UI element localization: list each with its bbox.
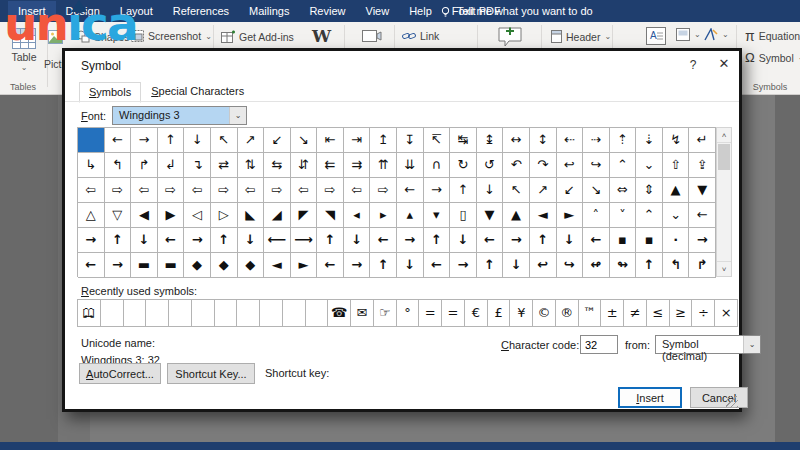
symbol-cell[interactable]: ↰ bbox=[663, 253, 690, 278]
symbol-cell[interactable]: ↻ bbox=[450, 153, 477, 178]
recent-symbol-cell[interactable]: ± bbox=[601, 300, 624, 327]
symbol-cell[interactable]: ↑ bbox=[370, 253, 397, 278]
symbol-cell[interactable]: ↙ bbox=[264, 128, 291, 153]
recent-symbol-cell[interactable]: ≤ bbox=[647, 300, 670, 327]
symbol-cell[interactable]: ◣ bbox=[238, 203, 265, 228]
symbol-cell[interactable]: ⇨ bbox=[211, 178, 238, 203]
symbol-cell[interactable]: ↓ bbox=[557, 228, 584, 253]
symbol-cell[interactable]: ↓ bbox=[131, 228, 158, 253]
textbox-button[interactable]: A bbox=[646, 27, 666, 45]
symbol-cell[interactable]: ↑ bbox=[211, 228, 238, 253]
symbol-cell[interactable]: ⇦ bbox=[184, 178, 211, 203]
symbol-cell[interactable]: ▪ bbox=[636, 228, 663, 253]
dialog-close-button[interactable]: ✕ bbox=[715, 56, 733, 71]
symbol-cell[interactable]: ← bbox=[370, 228, 397, 253]
symbol-cell[interactable]: ⌄ bbox=[663, 203, 690, 228]
symbol-cell[interactable]: ↘ bbox=[291, 128, 318, 153]
symbol-cell[interactable]: ↓ bbox=[477, 178, 504, 203]
recent-symbol-cell[interactable] bbox=[146, 300, 169, 327]
symbol-cell[interactable]: ↑ bbox=[158, 128, 185, 153]
character-code-input[interactable] bbox=[580, 335, 618, 354]
symbol-cell[interactable]: ← bbox=[78, 253, 105, 278]
recent-symbol-cell[interactable] bbox=[101, 300, 124, 327]
recent-symbol-cell[interactable]: ☞ bbox=[374, 300, 397, 327]
get-addins-button[interactable]: Get Add-ins bbox=[221, 30, 294, 43]
recent-symbol-cell[interactable] bbox=[192, 300, 215, 327]
symbol-cell[interactable]: ˅ bbox=[610, 203, 637, 228]
symbol-cell[interactable]: ◁ bbox=[184, 203, 211, 228]
symbol-cell[interactable]: ↓ bbox=[184, 128, 211, 153]
ribbon-tab-view[interactable]: View bbox=[356, 1, 400, 21]
recent-symbol-cell[interactable] bbox=[306, 300, 329, 327]
resize-grip[interactable] bbox=[726, 396, 738, 408]
scrollbar-thumb[interactable] bbox=[718, 144, 730, 170]
recent-symbol-cell[interactable]: £ bbox=[488, 300, 511, 327]
symbol-cell[interactable]: ↨ bbox=[477, 128, 504, 153]
recent-symbol-cell[interactable]: ™ bbox=[579, 300, 602, 327]
symbol-cell[interactable]: → bbox=[503, 228, 530, 253]
recent-symbol-cell[interactable]: ÷ bbox=[692, 300, 715, 327]
symbol-cell[interactable]: ↯ bbox=[663, 128, 690, 153]
symbol-cell[interactable]: ▯ bbox=[450, 203, 477, 228]
symbol-cell[interactable]: ⇦ bbox=[131, 178, 158, 203]
from-combobox-arrow-icon[interactable]: ⌄ bbox=[743, 336, 760, 353]
symbol-cell[interactable]: ► bbox=[291, 253, 318, 278]
dialog-tab-symbols[interactable]: Symbols bbox=[79, 82, 141, 103]
symbol-cell[interactable]: ⇥ bbox=[344, 128, 371, 153]
symbol-cell[interactable]: ← bbox=[583, 228, 610, 253]
symbol-cell[interactable]: ⇪ bbox=[689, 153, 716, 178]
symbol-cell[interactable]: ↔ bbox=[503, 128, 530, 153]
ribbon-tab-help[interactable]: Help bbox=[399, 1, 442, 21]
symbol-cell[interactable]: ▶ bbox=[158, 203, 185, 228]
symbol-cell[interactable]: ↧ bbox=[397, 128, 424, 153]
symbol-cell[interactable]: ◆ bbox=[238, 253, 265, 278]
symbol-cell[interactable]: ⇦ bbox=[78, 178, 105, 203]
symbol-cell[interactable]: ↲ bbox=[158, 153, 185, 178]
symbol-cell[interactable]: ⇈ bbox=[370, 153, 397, 178]
symbol-cell[interactable]: ↑ bbox=[530, 228, 557, 253]
insert-button[interactable]: Insert bbox=[618, 387, 682, 408]
symbol-cell[interactable]: ⇦ bbox=[344, 178, 371, 203]
dialog-help-button[interactable]: ? bbox=[685, 58, 701, 72]
symbol-cell[interactable]: ⇨ bbox=[264, 178, 291, 203]
recent-symbol-cell[interactable] bbox=[124, 300, 147, 327]
symbol-cell[interactable]: ⇣ bbox=[636, 128, 663, 153]
symbol-cell[interactable]: ▼ bbox=[689, 178, 716, 203]
recent-symbol-cell[interactable]: = bbox=[442, 300, 465, 327]
symbol-cell[interactable]: ⇆ bbox=[264, 153, 291, 178]
recent-symbol-cell[interactable]: ® bbox=[556, 300, 579, 327]
symbol-cell[interactable]: ↹ bbox=[450, 128, 477, 153]
recent-symbol-cell[interactable]: = bbox=[419, 300, 442, 327]
symbol-cell[interactable]: ⇄ bbox=[211, 153, 238, 178]
dialog-tab-special-characters[interactable]: Special Characters bbox=[141, 81, 254, 102]
symbol-cell[interactable]: ▼ bbox=[477, 203, 504, 228]
symbol-cell[interactable]: ↑ bbox=[450, 178, 477, 203]
symbol-cell[interactable]: ► bbox=[557, 203, 584, 228]
symbol-cell[interactable]: ◆ bbox=[184, 253, 211, 278]
autocorrect-button[interactable]: AutoCorrect... bbox=[79, 363, 161, 384]
recent-symbol-cell[interactable]: ≥ bbox=[670, 300, 693, 327]
shortcut-key-button[interactable]: Shortcut Key... bbox=[167, 363, 255, 384]
symbol-cell[interactable]: ↳ bbox=[78, 153, 105, 178]
symbol-cell[interactable]: ↪ bbox=[557, 253, 584, 278]
screenshot-button[interactable]: Screenshot ⌄ bbox=[131, 30, 212, 42]
symbol-cell[interactable]: → bbox=[450, 253, 477, 278]
symbol-cell[interactable]: ⌄ bbox=[636, 153, 663, 178]
header-button[interactable]: Header ⌄ bbox=[551, 30, 611, 43]
symbol-cell[interactable]: ⇨ bbox=[158, 178, 185, 203]
symbol-cell[interactable]: ↕ bbox=[530, 128, 557, 153]
wordart-button[interactable]: ⌄ bbox=[704, 28, 729, 41]
symbol-cell[interactable] bbox=[78, 128, 105, 153]
symbol-cell[interactable]: ▬ bbox=[131, 253, 158, 278]
recent-symbol-cell[interactable] bbox=[260, 300, 283, 327]
symbol-cell[interactable]: ⇨ bbox=[105, 178, 132, 203]
symbol-cell[interactable]: ▬ bbox=[158, 253, 185, 278]
symbol-cell[interactable]: △ bbox=[78, 203, 105, 228]
symbol-cell[interactable]: ↫ bbox=[583, 253, 610, 278]
font-combobox-arrow-icon[interactable]: ⌄ bbox=[229, 107, 246, 124]
equation-button[interactable]: π Equation bbox=[745, 28, 800, 44]
cancel-button[interactable]: Cancel bbox=[690, 387, 748, 408]
symbol-cell[interactable]: ← bbox=[477, 228, 504, 253]
symbol-cell[interactable]: → bbox=[689, 228, 716, 253]
symbol-cell[interactable]: ˄ bbox=[583, 203, 610, 228]
